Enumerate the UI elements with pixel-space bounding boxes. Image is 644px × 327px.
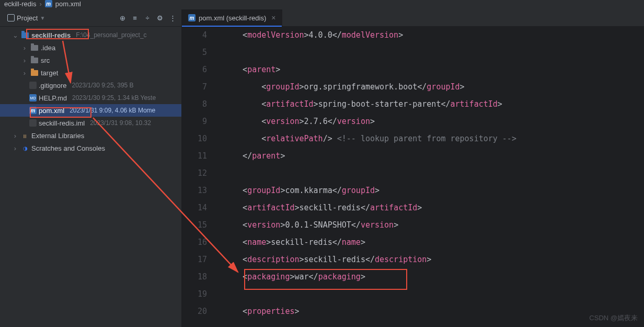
watermark: CSDN @嫣夜来	[589, 313, 638, 323]
breadcrumb: eckill-redis › m pom.xml	[0, 0, 644, 9]
gear-icon[interactable]: ⚙	[155, 13, 165, 22]
sidebar-toolbar: Project ▼ ⊕ ≡ ÷ ⚙ ⋮	[0, 9, 181, 27]
tab-label: pom.xml (seckill-redis)	[199, 14, 266, 22]
project-view-selector[interactable]: Project ▼	[4, 13, 48, 24]
editor-tabs: m pom.xml (seckill-redis) ×	[182, 9, 644, 27]
tab-pom[interactable]: m pom.xml (seckill-redis) ×	[182, 9, 282, 26]
folder-icon	[31, 70, 38, 76]
chevron-right-icon: ›	[12, 144, 19, 152]
scratches-icon: ◑	[21, 144, 29, 152]
breadcrumb-file[interactable]: pom.xml	[55, 0, 81, 8]
tree-file-gitignore[interactable]: .gitignore 2023/1/30 9:25, 395 B	[0, 79, 181, 92]
breadcrumb-root[interactable]: eckill-redis	[4, 0, 36, 8]
tree-root-path: F:\04_personal_project_c	[76, 31, 146, 39]
maven-file-icon: m	[45, 0, 52, 7]
chevron-down-icon: ⌄	[12, 31, 19, 39]
project-icon	[7, 14, 15, 21]
project-label: Project	[17, 14, 38, 22]
fold-gutter	[216, 27, 224, 327]
more-icon[interactable]: ⋮	[168, 13, 177, 22]
folder-icon	[31, 58, 38, 63]
maven-file-icon: m	[29, 107, 37, 114]
tree-folder-target[interactable]: › target	[0, 66, 181, 79]
file-icon	[29, 82, 37, 89]
tree-file-pom[interactable]: m pom.xml 2023/1/31 9:09, 4.06 kB Mome	[0, 104, 181, 117]
file-icon	[29, 119, 37, 127]
folder-icon	[31, 45, 38, 51]
line-gutter: 456 789 101112 131415 161718 1920	[182, 27, 216, 327]
chevron-right-icon: ›	[21, 57, 28, 64]
tree-file-iml[interactable]: seckill-redis.iml 2023/1/31 9:08, 10.32	[0, 117, 181, 129]
target-icon[interactable]: ⊕	[118, 13, 127, 22]
close-icon[interactable]: ×	[271, 14, 275, 22]
library-icon: ⫼	[21, 131, 29, 140]
expand-icon[interactable]: ≡	[130, 13, 140, 22]
project-sidebar: Project ▼ ⊕ ≡ ÷ ⚙ ⋮ ⌄ seckill-redis F:\0…	[0, 9, 182, 327]
code-content[interactable]: <modelVersion>4.0.0</modelVersion> <pare…	[224, 27, 644, 327]
tree-root[interactable]: ⌄ seckill-redis F:\04_personal_project_c	[0, 29, 181, 41]
tree-root-name: seckill-redis	[31, 31, 71, 39]
tree-file-help[interactable]: MD HELP.md 2023/1/30 9:25, 1.34 kB Yeste	[0, 92, 181, 104]
chevron-down-icon: ▼	[40, 15, 45, 21]
tree-folder-idea[interactable]: › .idea	[0, 41, 181, 54]
project-tree: ⌄ seckill-redis F:\04_personal_project_c…	[0, 27, 181, 327]
maven-file-icon: m	[188, 14, 196, 21]
markdown-file-icon: MD	[29, 94, 37, 102]
editor-panel: m pom.xml (seckill-redis) × 456 789 1011…	[182, 9, 644, 327]
code-area[interactable]: 456 789 101112 131415 161718 1920 <model…	[182, 27, 644, 327]
chevron-right-icon: ›	[21, 69, 28, 77]
tree-folder-src[interactable]: › src	[0, 54, 181, 66]
chevron-right-icon: ›	[21, 44, 28, 52]
tree-external-libs[interactable]: › ⫼ External Libraries	[0, 129, 181, 142]
tree-scratches[interactable]: › ◑ Scratches and Consoles	[0, 142, 181, 154]
project-folder-icon	[21, 32, 29, 38]
chevron-right-icon: ›	[39, 0, 41, 8]
chevron-right-icon: ›	[12, 132, 19, 140]
collapse-icon[interactable]: ÷	[143, 13, 152, 22]
